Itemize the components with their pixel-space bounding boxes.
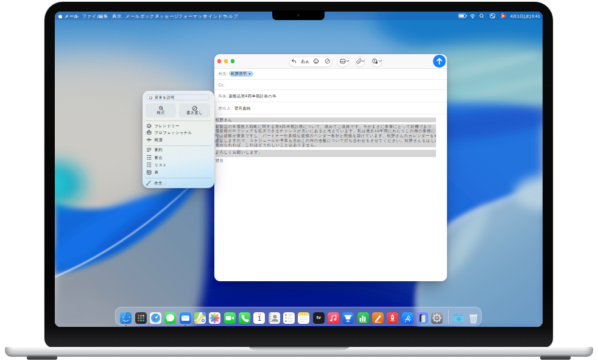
svg-text:あぁ: あぁ bbox=[301, 58, 309, 64]
